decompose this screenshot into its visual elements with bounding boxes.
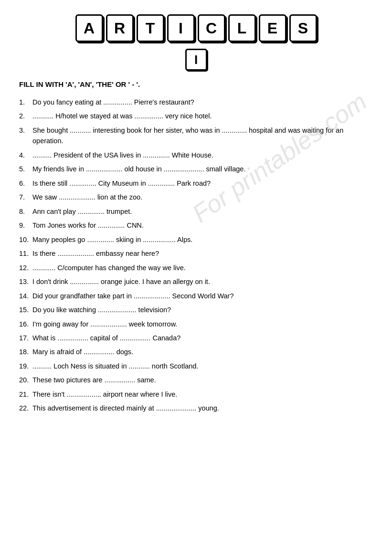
question-number: 12. [19, 263, 29, 273]
question-number: 10. [19, 234, 29, 245]
question-text: These two pictures are ................ … [32, 376, 156, 384]
question-item-4: 4........... President of the USA lives … [19, 150, 373, 160]
question-number: 2. [19, 111, 25, 121]
question-item-7: 7.We saw ................... lion at the… [19, 192, 373, 202]
question-item-15: 15.Do you like watching ................… [19, 305, 373, 315]
question-number: 1. [19, 97, 25, 107]
question-item-2: 2............ H/hotel we stayed at was .… [19, 111, 373, 121]
question-item-1: 1.Do you fancy eating at ...............… [19, 97, 373, 107]
question-number: 22. [19, 403, 29, 413]
question-number: 5. [19, 164, 25, 174]
question-text: We saw ................... lion at the z… [32, 193, 142, 201]
question-item-22: 22.This advertisement is directed mainly… [19, 403, 373, 413]
question-item-18: 18.Mary is afraid of ................ do… [19, 347, 373, 357]
question-number: 3. [19, 125, 25, 136]
question-number: 17. [19, 333, 29, 343]
question-number: 13. [19, 276, 29, 287]
question-text: Did your grandfather take part in ......… [32, 292, 234, 300]
question-text: Many peoples go .............. skiing in… [32, 236, 192, 243]
title-tile-i: I [167, 14, 195, 42]
question-text: Tom Jones works for .............. CNN. [32, 221, 144, 229]
instructions: FILL IN WITH 'A', 'AN', 'THE' OR ' - '. [19, 80, 373, 88]
subtitle-letter: I [194, 53, 198, 67]
question-item-8: 8.Ann can't play .............. trumpet. [19, 206, 373, 217]
question-text: Do you fancy eating at ............... P… [32, 98, 194, 106]
question-text: Ann can't play .............. trumpet. [32, 208, 132, 215]
question-text: What is ................ capital of ....… [32, 334, 180, 342]
question-number: 21. [19, 389, 29, 400]
header: ARTICLES I [19, 14, 373, 71]
question-number: 6. [19, 178, 25, 189]
question-item-14: 14.Did your grandfather take part in ...… [19, 291, 373, 301]
questions-list: 1.Do you fancy eating at ...............… [19, 97, 373, 414]
question-number: 4. [19, 150, 25, 160]
question-number: 9. [19, 220, 25, 231]
question-number: 19. [19, 361, 29, 371]
question-item-11: 11.Is there ................... embassy … [19, 248, 373, 259]
question-text: I don't drink ............... orange jui… [32, 278, 210, 285]
question-number: 14. [19, 291, 29, 301]
question-text: .......... Loch Ness is situated in ....… [32, 362, 198, 370]
question-item-13: 13.I don't drink ............... orange … [19, 276, 373, 287]
question-text: ............ C/computer has changed the … [32, 264, 186, 272]
question-text: She bought ........... interesting book … [32, 126, 343, 145]
question-item-21: 21.There isn't .................. airpor… [19, 389, 373, 400]
question-text: My friends live in ................... o… [32, 165, 245, 173]
question-item-5: 5.My friends live in ...................… [19, 164, 373, 174]
question-number: 11. [19, 248, 29, 259]
title-tile-l: L [228, 14, 256, 42]
question-text: This advertisement is directed mainly at… [32, 404, 219, 412]
question-text: I'm going away for ................... w… [32, 320, 177, 328]
question-text: Do you like watching ...................… [32, 306, 171, 314]
question-number: 7. [19, 192, 25, 202]
question-text: Mary is afraid of ................ dogs. [32, 348, 133, 356]
question-text: There isn't .................. airport n… [32, 390, 177, 398]
question-item-12: 12............. C/computer has changed t… [19, 263, 373, 273]
title-tile-a: A [75, 14, 103, 42]
title-tile-c: C [198, 14, 225, 42]
question-item-17: 17.What is ................ capital of .… [19, 333, 373, 343]
question-number: 15. [19, 305, 29, 315]
question-item-10: 10.Many peoples go .............. skiing… [19, 234, 373, 245]
question-item-20: 20.These two pictures are ..............… [19, 375, 373, 385]
title-tile-r: R [106, 14, 134, 42]
title-tiles: ARTICLES [75, 14, 317, 42]
question-item-9: 9.Tom Jones works for .............. CNN… [19, 220, 373, 231]
title-tile-t: T [137, 14, 164, 42]
question-item-19: 19........... Loch Ness is situated in .… [19, 361, 373, 371]
question-number: 16. [19, 319, 29, 329]
title-tile-e: E [259, 14, 286, 42]
question-item-3: 3.She bought ........... interesting boo… [19, 125, 373, 147]
question-text: Is there ................... embassy nea… [32, 250, 159, 257]
subtitle-tile: I [185, 49, 207, 71]
question-item-6: 6.Is there still .............. City Mus… [19, 178, 373, 189]
title-tile-s: S [289, 14, 317, 42]
question-number: 8. [19, 206, 25, 217]
question-item-16: 16.I'm going away for ..................… [19, 319, 373, 329]
question-text: .......... President of the USA lives in… [32, 151, 213, 159]
question-text: ........... H/hotel we stayed at was ...… [32, 112, 212, 120]
question-text: Is there still .............. City Museu… [32, 179, 211, 187]
question-number: 18. [19, 347, 29, 357]
question-number: 20. [19, 375, 29, 385]
